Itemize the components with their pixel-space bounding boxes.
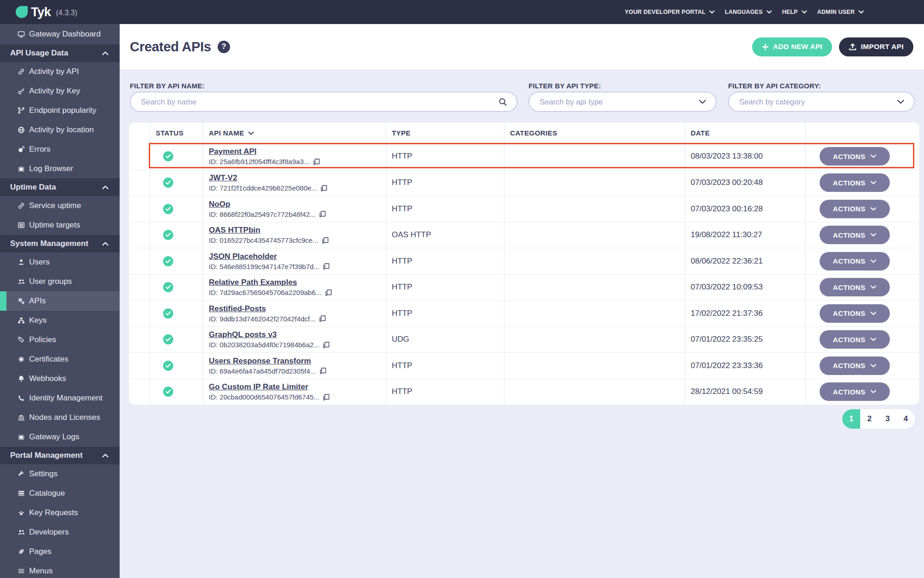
sidebar-item-identity-management[interactable]: Identity Management	[0, 388, 120, 408]
row-cell-categories	[505, 196, 685, 222]
sidebar-item-menus[interactable]: Menus	[0, 561, 120, 578]
header-cell-type: TYPE	[386, 123, 505, 143]
sidebar-item-apis[interactable]: APIs	[0, 291, 120, 311]
api-name-link[interactable]: Go Custom IP Rate Limiter	[209, 382, 308, 392]
row-cell-empty	[129, 379, 150, 405]
actions-button[interactable]: ACTIONS	[820, 278, 890, 296]
sidebar-item-label: Errors	[29, 145, 50, 154]
actions-button[interactable]: ACTIONS	[820, 357, 890, 375]
row-cell-date: 07/03/2022 10:09:53	[685, 275, 806, 301]
user-icon	[18, 258, 25, 266]
row-cell-date: 28/12/2021 00:54:59	[685, 379, 806, 405]
sidebar-item-policies[interactable]: Policies	[0, 330, 120, 350]
topbar-menu-help[interactable]: HELP	[782, 9, 807, 15]
sidebar-item-user-groups[interactable]: User groups	[0, 272, 120, 291]
api-name-link[interactable]: NoOp	[209, 200, 230, 209]
sidebar-item-label: Menus	[29, 566, 53, 576]
search-icon	[498, 98, 507, 106]
search-by-category-select[interactable]: Search by category	[728, 92, 915, 112]
copy-icon[interactable]	[322, 237, 329, 244]
tyk-logo[interactable]: Tyk (4.3.3)	[16, 0, 77, 24]
copy-icon[interactable]	[313, 158, 320, 166]
actions-button[interactable]: ACTIONS	[820, 173, 890, 192]
sidebar-item-label: Policies	[29, 335, 56, 344]
page-button-3[interactable]: 3	[879, 409, 897, 429]
actions-button[interactable]: ACTIONS	[820, 304, 890, 323]
sidebar-item-nodes-and-licenses[interactable]: Nodes and Licenses	[0, 408, 120, 427]
bug-icon	[18, 433, 25, 441]
search-by-name-input[interactable]: Search by name	[130, 92, 517, 112]
actions-button[interactable]: ACTIONS	[820, 382, 890, 401]
chevron-down-icon	[870, 233, 876, 237]
copy-icon[interactable]	[319, 367, 327, 375]
sidebar-item-certificates[interactable]: Certificates	[0, 350, 120, 369]
sidebar-item-keys[interactable]: Keys	[0, 311, 120, 330]
sidebar-section-system-management[interactable]: System Management	[0, 235, 120, 252]
topbar-menu-admin-user[interactable]: ADMIN USER	[817, 9, 864, 15]
sidebar-item-users[interactable]: Users	[0, 252, 120, 272]
sidebar-item-label: Certificates	[29, 355, 68, 364]
sidebar-item-service-uptime[interactable]: Service uptime	[0, 196, 120, 215]
copy-icon[interactable]	[320, 184, 328, 192]
row-cell-type: HTTP	[386, 301, 505, 326]
filter-name-label: FILTER BY API NAME:	[130, 82, 517, 90]
sidebar-item-settings[interactable]: Settings	[0, 464, 120, 484]
sidebar-item-catalogue[interactable]: Catalogue	[0, 484, 120, 503]
sidebar-item-activity-by-key[interactable]: Activity by Key	[0, 81, 120, 101]
actions-button[interactable]: ACTIONS	[820, 252, 890, 271]
actions-button[interactable]: ACTIONS	[820, 330, 890, 349]
api-name-link[interactable]: OAS HTTPbin	[209, 226, 260, 235]
copy-icon[interactable]	[325, 289, 332, 296]
api-name-link[interactable]: Payment API	[209, 147, 256, 156]
page-button-2[interactable]: 2	[860, 409, 878, 429]
chevron-down-icon	[870, 154, 876, 158]
copy-icon[interactable]	[319, 210, 326, 218]
topbar-menu-languages[interactable]: LANGUAGES	[725, 9, 772, 15]
row-cell-status	[150, 143, 203, 170]
copy-icon[interactable]	[322, 394, 330, 401]
sidebar-item-log-browser[interactable]: Log Browser	[0, 159, 120, 178]
search-by-api-type-select[interactable]: Search by api type	[529, 92, 717, 112]
sidebar-item-uptime-targets[interactable]: Uptime targets	[0, 215, 120, 235]
page-header: Created APIs ? ADD NEW API IMPORT API	[120, 24, 924, 69]
topbar-menu-your-developer-portal[interactable]: YOUR DEVELOPER PORTAL	[625, 9, 715, 15]
add-new-api-button[interactable]: ADD NEW API	[752, 37, 832, 56]
copy-icon[interactable]	[322, 263, 330, 270]
sidebar-item-gateway-logs[interactable]: Gateway Logs	[0, 427, 120, 447]
sidebar-item-pages[interactable]: Pages	[0, 542, 120, 561]
page-button-4[interactable]: 4	[897, 409, 915, 429]
tyk-logo-icon	[16, 6, 28, 18]
page-button-1[interactable]: 1	[842, 409, 860, 429]
api-name-link[interactable]: JSON Placeholder	[209, 252, 277, 261]
help-icon[interactable]: ?	[218, 41, 230, 53]
api-name-link[interactable]: Users Response Transform	[209, 357, 311, 366]
actions-button[interactable]: ACTIONS	[820, 226, 890, 244]
sidebar-item-webhooks[interactable]: Webhooks	[0, 369, 120, 388]
row-cell-categories	[505, 275, 685, 301]
sidebar-item-gateway-dashboard[interactable]: Gateway Dashboard	[0, 24, 120, 44]
sidebar-item-endpoint-popularity[interactable]: Endpoint popularity	[0, 101, 120, 120]
sidebar-section-api-usage-data[interactable]: API Usage Data	[0, 44, 120, 62]
sidebar-item-developers[interactable]: Developers	[0, 523, 120, 542]
header-cell-api-name[interactable]: API NAME	[203, 123, 386, 143]
sidebar-item-activity-by-location[interactable]: Activity by location	[0, 120, 120, 140]
api-name-link[interactable]: Restified-Posts	[209, 304, 266, 314]
sidebar-section-uptime-data[interactable]: Uptime Data	[0, 178, 120, 196]
sidebar-item-label: Gateway Dashboard	[29, 30, 101, 39]
actions-button[interactable]: ACTIONS	[820, 200, 890, 218]
api-name-link[interactable]: JWT-V2	[209, 173, 237, 183]
sidebar-item-activity-by-api[interactable]: Activity by API	[0, 62, 120, 81]
sidebar-item-key-requests[interactable]: Key Requests	[0, 503, 120, 523]
topbar-menu-label: YOUR DEVELOPER PORTAL	[625, 9, 705, 15]
filter-by-api-category: FILTER BY API CATEGORY: Search by catego…	[728, 69, 915, 90]
api-name-link[interactable]: Relative Path Examples	[209, 278, 297, 287]
copy-icon[interactable]	[322, 341, 330, 349]
sidebar-item-errors[interactable]: Errors	[0, 140, 120, 159]
sidebar-section-portal-management[interactable]: Portal Management	[0, 447, 120, 464]
copy-icon[interactable]	[319, 315, 326, 322]
sidebar-item-label: Service uptime	[29, 201, 81, 210]
actions-button[interactable]: ACTIONS	[820, 147, 890, 166]
import-api-button[interactable]: IMPORT API	[839, 37, 913, 56]
row-cell-type: HTTP	[386, 196, 505, 222]
api-name-link[interactable]: GraphQL posts v3	[209, 330, 277, 339]
